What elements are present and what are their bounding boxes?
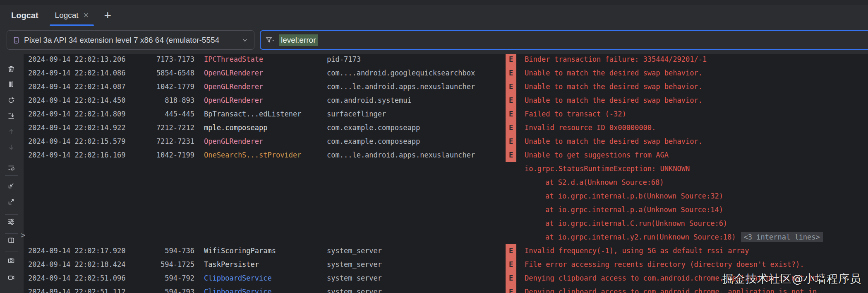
log-pid-tid: 594-1725 bbox=[125, 258, 194, 271]
log-tag: OneSearchS...stProvider bbox=[204, 148, 327, 162]
log-timestamp: 2024-09-14 22:02:15.579 bbox=[24, 135, 125, 148]
previous-occurrence-icon[interactable] bbox=[7, 128, 15, 136]
log-level-cell: E bbox=[506, 271, 516, 285]
log-row[interactable]: 2024-09-14 22:02:17.920594-736WifiScorin… bbox=[24, 244, 868, 258]
log-row-gutter bbox=[24, 203, 516, 217]
log-row[interactable]: 2024-09-14 22:02:14.9227212-7212mple.com… bbox=[24, 121, 868, 135]
log-package: com.android.systemui bbox=[327, 94, 506, 107]
log-tag: OpenGLRenderer bbox=[204, 94, 327, 107]
active-tab-indicator bbox=[50, 24, 94, 26]
toolbar-separator bbox=[5, 252, 18, 252]
log-pid-tid: 818-893 bbox=[125, 94, 194, 107]
log-level-cell: E bbox=[506, 107, 516, 121]
new-tab-button[interactable]: + bbox=[101, 9, 115, 22]
log-row[interactable]: at io.grpc.internal.p.a(Unknown Source:1… bbox=[24, 203, 868, 217]
close-tab-icon[interactable]: × bbox=[84, 11, 89, 20]
log-timestamp: 2024-09-14 22:02:14.450 bbox=[24, 94, 125, 107]
take-screenshot-icon[interactable] bbox=[7, 256, 15, 264]
log-timestamp: 2024-09-14 22:02:17.920 bbox=[24, 244, 125, 258]
next-occurrence-icon[interactable] bbox=[7, 143, 15, 151]
restart-logcat-icon[interactable] bbox=[7, 96, 15, 104]
log-message: at io.grpc.internal.C.run(Unknown Source… bbox=[525, 217, 868, 230]
log-level-badge: E bbox=[506, 258, 516, 271]
log-package: system_server bbox=[327, 271, 506, 285]
log-level-badge: E bbox=[506, 121, 516, 135]
log-row[interactable]: at io.grpc.internal.p.b(Unknown Source:3… bbox=[24, 189, 868, 203]
log-row-gutter bbox=[24, 162, 516, 176]
log-tag: IPCThreadState bbox=[204, 54, 327, 66]
log-level-badge: E bbox=[506, 148, 516, 162]
watermark: 掘金技术社区@小墙程序员 bbox=[722, 271, 861, 286]
log-level-badge: E bbox=[506, 107, 516, 121]
clear-logcat-icon[interactable] bbox=[7, 65, 15, 73]
log-level-badge: E bbox=[506, 54, 516, 66]
device-selector-value: Pixel 3a API 34 extension level 7 x86 64… bbox=[24, 36, 219, 45]
tab-logcat[interactable]: Logcat × bbox=[50, 5, 94, 26]
log-message: Unable to match the desired swap behavio… bbox=[525, 135, 868, 148]
log-level-badge: E bbox=[506, 271, 516, 285]
log-tag: OpenGLRenderer bbox=[204, 66, 327, 80]
log-row[interactable]: at io.grpc.internal.C.run(Unknown Source… bbox=[24, 217, 868, 230]
log-message: Unable to get suggestions from AGA bbox=[525, 148, 868, 162]
log-message: Invalid frequency(-1), using 5G as defau… bbox=[525, 244, 868, 258]
log-row[interactable]: at S2.d.a(Unknown Source:68) bbox=[24, 176, 868, 189]
log-message: Unable to match the desired swap behavio… bbox=[525, 66, 868, 80]
export-logs-icon[interactable] bbox=[7, 198, 15, 206]
filter-query[interactable]: level:error bbox=[279, 34, 318, 46]
filter-funnel-icon[interactable] bbox=[265, 36, 275, 44]
expand-chevron-icon[interactable]: > bbox=[21, 230, 25, 240]
log-pid-tid: 594-792 bbox=[125, 271, 194, 285]
chevron-down-icon bbox=[241, 36, 249, 44]
log-row[interactable]: at io.grpc.internal.y2.run(Unknown Sourc… bbox=[24, 230, 868, 244]
log-row[interactable]: 2024-09-14 22:02:14.809445-445BpTransact… bbox=[24, 107, 868, 121]
log-message: at io.grpc.internal.p.b(Unknown Source:3… bbox=[525, 189, 868, 203]
soft-wrap-icon[interactable] bbox=[7, 164, 15, 172]
log-package: com.example.composeapp bbox=[327, 135, 506, 148]
record-screen-icon[interactable] bbox=[7, 274, 15, 282]
log-package: surfaceflinger bbox=[327, 107, 506, 121]
log-package: pid-7173 bbox=[327, 54, 506, 66]
import-logs-icon[interactable] bbox=[7, 182, 15, 190]
logcat-formatting-options-icon[interactable] bbox=[7, 218, 15, 226]
scroll-to-end-icon[interactable] bbox=[7, 112, 15, 120]
log-tag: ClipboardService bbox=[204, 285, 327, 293]
log-row[interactable]: 2024-09-14 22:02:14.0865854-6548OpenGLRe… bbox=[24, 66, 868, 80]
log-row[interactable]: 2024-09-14 22:02:16.1691042-7199OneSearc… bbox=[24, 148, 868, 162]
pause-logcat-icon[interactable] bbox=[7, 80, 15, 88]
split-panels-icon[interactable] bbox=[7, 236, 15, 245]
log-row-gutter bbox=[24, 217, 516, 230]
logcat-filter-input[interactable]: level:error bbox=[260, 30, 868, 50]
log-row[interactable]: 2024-09-14 22:02:13.2067173-7173IPCThrea… bbox=[24, 54, 868, 66]
log-row[interactable]: 2024-09-14 22:02:14.0871042-1779OpenGLRe… bbox=[24, 80, 868, 94]
log-message: at io.grpc.internal.p.a(Unknown Source:1… bbox=[525, 203, 868, 217]
log-level-badge: E bbox=[506, 244, 516, 258]
log-tag: BpTransact...edListener bbox=[204, 107, 327, 121]
log-level-cell: E bbox=[506, 121, 516, 135]
log-rows-container: 2024-09-14 22:02:13.2067173-7173IPCThrea… bbox=[24, 54, 868, 293]
log-package: system_server bbox=[327, 258, 506, 271]
log-row[interactable]: 2024-09-14 22:02:15.5797212-7231OpenGLRe… bbox=[24, 135, 868, 148]
log-row-gutter bbox=[24, 189, 516, 203]
logcat-tool-window-header: Logcat Logcat × + Pixel 3a API 34 extens… bbox=[0, 0, 868, 54]
log-timestamp: 2024-09-14 22:02:13.206 bbox=[24, 54, 125, 66]
log-message: at io.grpc.internal.y2.run(Unknown Sourc… bbox=[525, 230, 868, 244]
log-package: com...le.android.apps.nexuslauncher bbox=[327, 148, 506, 162]
toolbar-separator bbox=[5, 214, 18, 215]
fold-hint-chip[interactable]: <3 internal lines> bbox=[741, 232, 823, 242]
log-tag: mple.composeapp bbox=[204, 121, 327, 135]
log-level-badge: E bbox=[506, 80, 516, 94]
log-message: Binder transaction failure: 335444/29201… bbox=[525, 54, 868, 66]
logcat-toolbar: Pixel 3a API 34 extension level 7 x86 64… bbox=[0, 26, 868, 54]
log-pid-tid: 594-736 bbox=[125, 244, 194, 258]
log-view[interactable]: 2024-09-14 22:02:13.2067173-7173IPCThrea… bbox=[24, 54, 868, 293]
log-message: Invalid resource ID 0x00000000. bbox=[525, 121, 868, 135]
window-top-edge bbox=[0, 0, 868, 5]
device-selector-dropdown[interactable]: Pixel 3a API 34 extension level 7 x86 64… bbox=[7, 30, 254, 50]
log-row[interactable]: 2024-09-14 22:02:14.450818-893OpenGLRend… bbox=[24, 94, 868, 107]
log-row[interactable]: io.grpc.StatusRuntimeException: UNKNOWN bbox=[24, 162, 868, 176]
log-pid-tid: 5854-6548 bbox=[125, 66, 194, 80]
log-row[interactable]: 2024-09-14 22:02:18.424594-1725TaskPersi… bbox=[24, 258, 868, 271]
log-pid-tid: 594-793 bbox=[125, 285, 194, 293]
log-tag: ClipboardService bbox=[204, 271, 327, 285]
log-timestamp: 2024-09-14 22:02:18.424 bbox=[24, 258, 125, 271]
